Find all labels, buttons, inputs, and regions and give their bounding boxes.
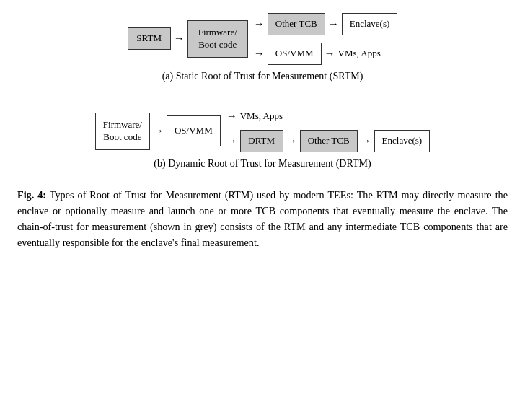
enclaves-box-drtm: Enclave(s) bbox=[374, 130, 431, 152]
arrow-firmware-to-othertcb: → bbox=[254, 18, 265, 30]
srtm-branch-bottom: → OS/VMM → VMs, Apps bbox=[251, 43, 398, 65]
srtm-box: SRTM bbox=[128, 27, 171, 50]
drtm-branch-bottom: → DRTM → Other TCB → Enclave(s) bbox=[224, 130, 431, 152]
arrow-srtm-to-firmware: → bbox=[174, 32, 185, 45]
srtm-diagram-section: SRTM → Firmware/Boot code → Other TCB → … bbox=[17, 13, 508, 92]
arrow-firmware-to-osvmm-drtm: → bbox=[153, 125, 164, 137]
osvmm-box-drtm: OS/VMM bbox=[167, 115, 221, 146]
drtm-diagram-section: Firmware/Boot code → OS/VMM → VMs, Apps … bbox=[17, 110, 508, 180]
drtm-caption: (b) Dynamic Root of Trust for Measuremen… bbox=[154, 158, 371, 170]
arrow-drtm-to-othertcb: → bbox=[286, 135, 297, 147]
vms-apps-label-drtm: VMs, Apps bbox=[240, 110, 283, 122]
figure-number: Fig. 4: bbox=[17, 189, 46, 201]
figure-caption: Fig. 4: Types of Root of Trust for Measu… bbox=[17, 187, 508, 250]
other-tcb-box-srtm: Other TCB bbox=[268, 13, 325, 35]
arrow-othertcb-to-enclaves-drtm: → bbox=[361, 135, 371, 147]
firmware-box-drtm: Firmware/Boot code bbox=[95, 113, 150, 150]
srtm-caption: (a) Static Root of Trust for Measurement… bbox=[162, 71, 363, 82]
vms-apps-label-srtm: VMs, Apps bbox=[338, 48, 381, 59]
section-divider bbox=[17, 100, 508, 100]
arrow-osvmm-to-drtm: → bbox=[226, 135, 237, 147]
srtm-diagram: SRTM → Firmware/Boot code → Other TCB → … bbox=[128, 13, 398, 65]
other-tcb-box-drtm: Other TCB bbox=[300, 130, 358, 152]
drtm-diagram: Firmware/Boot code → OS/VMM → VMs, Apps … bbox=[95, 110, 430, 152]
drtm-box: DRTM bbox=[240, 130, 283, 152]
arrow-osvmm-to-vms-drtm: → bbox=[226, 110, 237, 123]
osvmm-box-srtm: OS/VMM bbox=[268, 43, 322, 65]
drtm-branch-top: → VMs, Apps bbox=[224, 110, 431, 123]
srtm-branch-top: → Other TCB → Enclave(s) bbox=[251, 13, 398, 35]
arrow-othertcb-to-enclaves: → bbox=[328, 18, 339, 30]
enclaves-box-srtm: Enclave(s) bbox=[342, 13, 398, 35]
figure-text: Types of Root of Trust for Measurement (… bbox=[17, 189, 508, 248]
arrow-osvmm-to-vms: → bbox=[325, 48, 335, 60]
arrow-firmware-to-osvmm: → bbox=[254, 48, 265, 60]
firmware-box-srtm: Firmware/Boot code bbox=[188, 20, 248, 58]
